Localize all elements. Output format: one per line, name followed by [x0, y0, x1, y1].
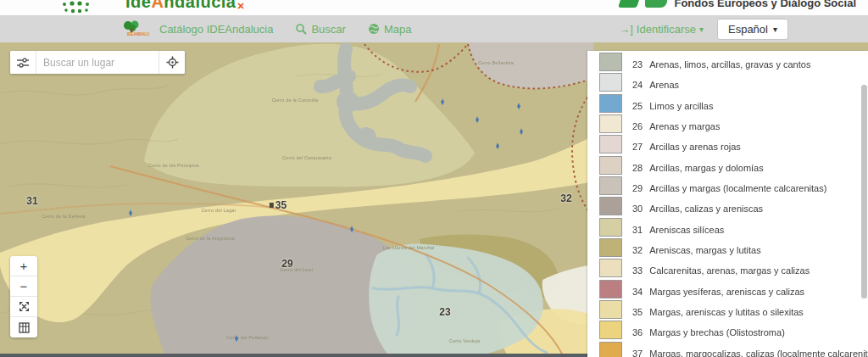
search-input[interactable] — [36, 51, 159, 74]
map-search-bar — [10, 51, 185, 74]
brand-text: Ide — [125, 0, 151, 11]
water-point-icon: ♦ — [517, 100, 521, 113]
legend-scrollbar[interactable] — [861, 85, 867, 298]
map-place-label: Los Llanos del Marchal — [383, 245, 435, 250]
nav-map-link[interactable]: Mapa — [368, 23, 412, 36]
legend-color-swatch — [599, 238, 622, 257]
map-controls: + − — [10, 256, 37, 337]
top-header: IdeAndalucía✕ Fondos Europeos y Diálogo … — [0, 0, 868, 15]
legend-item-code: 36 — [632, 327, 643, 337]
legend-row: 32Areniscas, margas y lutitas — [599, 238, 868, 257]
sliders-icon — [16, 57, 30, 69]
legend-item-code: 26 — [632, 121, 643, 131]
expand-arrows-icon — [19, 301, 30, 312]
nav-search-link[interactable]: Buscar — [295, 23, 345, 36]
map-unit-label: 23 — [439, 306, 450, 318]
legend-item-code: 29 — [632, 183, 643, 193]
legend-row: 34Margas yesíferas, areniscas y calizas — [599, 280, 868, 298]
legend-item-label: Margas, margocalizas, calizas (localment… — [649, 349, 868, 357]
legend-item-label: Arcillas, calizas y areniscas — [649, 204, 763, 214]
legend-row: 29Arcillas y margas (localmente calcaren… — [599, 176, 868, 195]
grid-icon — [19, 322, 30, 333]
map-place-label: Cerro de la Angostura — [186, 236, 235, 241]
legend-item-label: Arenas — [649, 80, 679, 90]
legend-color-swatch — [599, 135, 622, 153]
legend-color-swatch — [599, 176, 622, 195]
legend-item-code: 34 — [632, 287, 643, 297]
locate-button[interactable] — [159, 51, 185, 74]
brand-dots-icon — [61, 0, 100, 15]
map-place-label: Cerro Bellavista — [478, 60, 514, 65]
legend-color-swatch — [599, 114, 622, 133]
brand-mark: ✕ — [237, 1, 246, 11]
legend-row: 30Arcillas, calizas y areniscas — [599, 197, 868, 215]
grid-button[interactable] — [10, 317, 37, 337]
legend-row: 36Margas y brechas (Olistostroma) — [599, 321, 868, 339]
legend-item-label: Margas, areniscas y lutitas o silexitas — [649, 307, 804, 317]
legend-color-swatch — [599, 259, 622, 277]
zoom-extent-button[interactable] — [10, 297, 37, 317]
legend-item-label: Arcillas y margas (localmente calcarenit… — [649, 183, 826, 193]
legend-item-label: Arcillas, margas y dolomías — [649, 163, 764, 173]
login-icon: →] — [619, 23, 633, 36]
brand-logo[interactable]: IdeAndalucía✕ — [125, 0, 245, 12]
legend-color-swatch — [599, 156, 622, 175]
layers-filter-button[interactable] — [10, 51, 36, 74]
legend-row: 23Arenas, limos, arcillas, gravas y cant… — [599, 53, 868, 71]
legend-item-label: Margas yesíferas, areniscas y calizas — [649, 287, 804, 297]
language-button[interactable]: Español ▾ — [717, 19, 788, 40]
legend-item-code: 37 — [632, 349, 643, 357]
login-link[interactable]: →] Identificarse ▾ — [619, 23, 704, 36]
water-point-icon: ♦ — [235, 332, 239, 345]
brand-text-2: ndalucía — [164, 0, 236, 11]
legend-row: 31Areniscas silíceas — [599, 218, 868, 237]
nav-catalog-link[interactable]: Catálogo IDEAndalucia — [159, 23, 273, 36]
legend-row: 26Arenas y margas — [599, 114, 868, 133]
login-label: Identificarse — [637, 23, 696, 36]
map-unit-label: 29 — [281, 258, 292, 270]
main-navbar: IDEANDALUCIA Catálogo IDEAndalucia Busca… — [0, 15, 868, 43]
legend-list: 23Arenas, limos, arcillas, gravas y cant… — [587, 51, 868, 357]
water-point-icon: ♦ — [441, 96, 445, 109]
water-point-icon: ♦ — [129, 207, 133, 220]
legend-item-label: Arenas y margas — [649, 121, 720, 131]
legend-item-label: Arenas, limos, arcillas, gravas y cantos — [649, 59, 810, 70]
legend-item-label: Areniscas silíceas — [649, 225, 724, 235]
header-right: Fondos Europeos y Diálogo Social — [620, 0, 856, 9]
map-unit-label: 32 — [560, 192, 571, 204]
legend-color-swatch — [599, 300, 622, 319]
legend-color-swatch — [599, 53, 622, 71]
water-point-icon: ♦ — [476, 114, 480, 126]
map-unit-number: 31 — [26, 195, 37, 207]
brand-accent-letter: A — [151, 0, 164, 11]
legend-item-code: 28 — [632, 163, 643, 173]
map-unit-label: 31 — [26, 195, 37, 207]
legend-color-swatch — [599, 73, 622, 92]
map-place-label: Cerro de la Coronilla — [272, 98, 319, 103]
legend-item-label: Areniscas, margas y lutitas — [649, 245, 760, 255]
legend-item-label: Limos y arcillas — [649, 101, 713, 111]
water-point-icon: ♦ — [496, 140, 500, 153]
legend-item-code: 23 — [632, 59, 643, 70]
map-place-label: Cerro de la Dehesa — [42, 214, 85, 219]
legend-panel: 23Arenas, limos, arcillas, gravas y cant… — [587, 51, 868, 357]
map-unit-label: 35 — [270, 199, 287, 211]
legend-row: 24Arenas — [599, 73, 868, 92]
legend-color-swatch — [599, 197, 622, 215]
map-unit-number: 35 — [275, 199, 287, 211]
map-unit-number: 23 — [439, 306, 450, 318]
legend-color-swatch — [599, 321, 622, 339]
partner-logo-2 — [645, 0, 667, 8]
header-right-title: Fondos Europeos y Diálogo Social — [674, 0, 856, 9]
search-icon — [295, 23, 307, 35]
legend-item-code: 27 — [632, 142, 643, 152]
zoom-out-button[interactable]: − — [10, 276, 37, 297]
map-place-label: Cerro Verdeja — [449, 338, 481, 343]
nav-search-label: Buscar — [311, 23, 345, 36]
legend-color-swatch — [599, 280, 622, 298]
map-unit-number: 29 — [281, 258, 292, 270]
nav-brand-icon[interactable]: IDEANDALUCIA — [120, 20, 149, 37]
zoom-in-button[interactable]: + — [10, 256, 37, 276]
legend-item-code: 35 — [632, 307, 643, 317]
legend-item-code: 31 — [632, 225, 643, 235]
